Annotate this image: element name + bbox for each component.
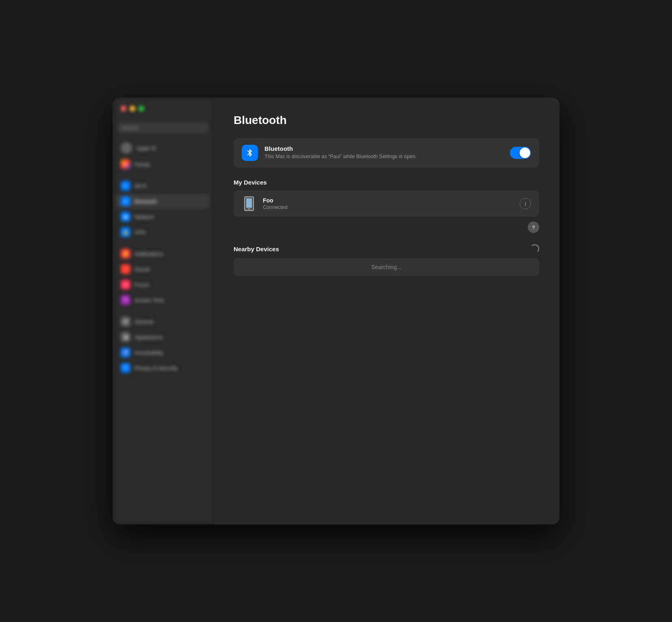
sidebar-item-appearance[interactable]: ◑ Appearance (116, 330, 210, 344)
device-item-foo: Foo Connected i (234, 191, 539, 217)
page-title: Bluetooth (234, 114, 539, 127)
bluetooth-icon-wrap (242, 145, 258, 161)
sidebar-item-focus[interactable]: ◎ Focus (116, 277, 210, 292)
wifi-icon: 〜 (121, 181, 130, 191)
focus-icon: ◎ (121, 280, 130, 289)
sidebar-label: Focus (134, 282, 149, 288)
privacy-icon: 🛡 (121, 363, 130, 373)
sidebar-item-bluetooth[interactable]: ✳ Bluetooth (116, 194, 210, 209)
bluetooth-text: Bluetooth This Mac is discoverable as “P… (264, 145, 503, 161)
searching-spinner (530, 244, 539, 253)
divider (121, 175, 205, 175)
sidebar-item-vpn[interactable]: 🔒 VPN (116, 225, 210, 239)
sidebar-label: Screen Time (134, 297, 164, 303)
device-status: Connected (263, 204, 513, 210)
sidebar-nav: Apple ID ⊕ Family 〜 Wi-Fi ✳ Bluetooth ◉ … (113, 140, 213, 375)
bluetooth-toggle[interactable] (510, 147, 531, 159)
family-icon: ⊕ (121, 159, 130, 169)
phone-icon (244, 196, 254, 211)
sidebar-label: Apple ID (136, 145, 156, 151)
sidebar-item-privacy[interactable]: 🛡 Privacy & Security (116, 361, 210, 375)
appearance-icon: ◑ (121, 332, 130, 342)
sidebar-item-sound[interactable]: ♪ Sound (116, 262, 210, 276)
searching-bar: Searching... (234, 258, 539, 276)
question-mark-icon: ? (532, 224, 535, 231)
help-row: ? (234, 222, 539, 233)
sidebar-label: Bluetooth (134, 198, 157, 204)
bluetooth-subtitle: This Mac is discoverable as “Paul” while… (264, 153, 503, 161)
sidebar-label: Family (134, 161, 150, 167)
sidebar-label: VPN (134, 229, 145, 235)
info-icon: i (525, 201, 526, 207)
sidebar-item-notifications[interactable]: 🔔 Notifications (116, 246, 210, 261)
close-button[interactable] (121, 106, 126, 111)
avatar-icon (121, 142, 132, 154)
sidebar-label: Notifications (134, 251, 163, 257)
sidebar-search[interactable]: Search (117, 122, 208, 133)
device-icon-wrap (242, 196, 256, 211)
bluetooth-icon: ✳ (121, 196, 130, 206)
nearby-devices-header: Nearby Devices (234, 244, 539, 253)
device-name: Foo (263, 197, 513, 204)
sidebar-label: Privacy & Security (134, 365, 177, 371)
vpn-icon: 🔒 (121, 227, 130, 237)
help-button[interactable]: ? (528, 222, 539, 233)
sidebar-item-accessibility[interactable]: ♿ Accessibility (116, 345, 210, 360)
traffic-lights (121, 106, 144, 111)
sound-icon: ♪ (121, 264, 130, 274)
screentime-icon: ⏱ (121, 295, 130, 305)
sidebar-label: Network (134, 214, 154, 220)
nearby-devices-heading: Nearby Devices (234, 246, 279, 252)
search-placeholder: Search (121, 125, 138, 131)
divider (121, 243, 205, 243)
sidebar-item-wifi[interactable]: 〜 Wi-Fi (116, 178, 210, 193)
sidebar-item-general[interactable]: ⚙ General (116, 314, 210, 329)
my-devices-list: Foo Connected i (234, 191, 539, 217)
bluetooth-symbol-icon (245, 148, 254, 157)
sidebar-label: Sound (134, 266, 150, 272)
accessibility-icon: ♿ (121, 348, 130, 357)
searching-text: Searching... (371, 264, 402, 270)
bluetooth-card: Bluetooth This Mac is discoverable as “P… (234, 138, 539, 167)
sidebar: Search Apple ID ⊕ Family 〜 Wi-Fi ✳ Bluet… (113, 98, 213, 524)
sidebar-item-screentime[interactable]: ⏱ Screen Time (116, 293, 210, 307)
network-icon: ◉ (121, 212, 130, 222)
minimize-button[interactable] (130, 106, 135, 111)
general-icon: ⚙ (121, 317, 130, 326)
main-window: Search Apple ID ⊕ Family 〜 Wi-Fi ✳ Bluet… (113, 98, 559, 524)
sidebar-label: General (134, 319, 153, 325)
notifications-icon: 🔔 (121, 249, 130, 259)
maximize-button[interactable] (139, 106, 144, 111)
sidebar-label: Wi-Fi (134, 183, 147, 189)
main-content: Bluetooth Bluetooth This Mac is discover… (213, 98, 559, 524)
sidebar-label: Appearance (134, 334, 163, 340)
divider (121, 311, 205, 311)
sidebar-item-family[interactable]: ⊕ Family (116, 157, 210, 172)
sidebar-label: Accessibility (134, 350, 163, 356)
sidebar-item-appleid[interactable]: Apple ID (116, 140, 210, 156)
sidebar-item-network[interactable]: ◉ Network (116, 209, 210, 224)
bluetooth-title: Bluetooth (264, 145, 503, 152)
device-info-button[interactable]: i (520, 198, 531, 209)
device-info: Foo Connected (263, 197, 513, 210)
my-devices-heading: My Devices (234, 179, 539, 186)
